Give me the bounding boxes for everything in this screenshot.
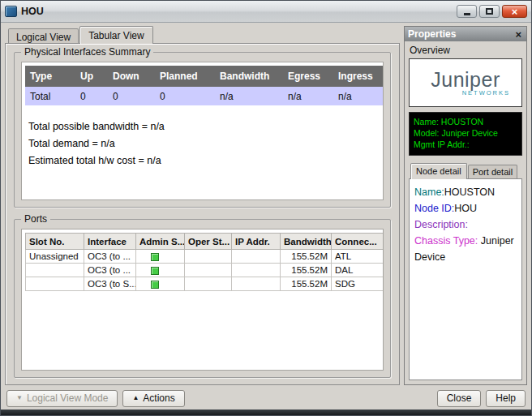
ports-header-ip-addr[interactable]: IP Addr. xyxy=(232,234,281,250)
help-button[interactable]: Help xyxy=(486,390,526,407)
note-total-demand: Total demand = n/a xyxy=(28,135,378,152)
detail-label: Chassis Type: xyxy=(414,235,481,247)
device-info-console: Name: HOUSTON Model: Juniper Device Mgmt… xyxy=(409,112,522,156)
cell-up: 0 xyxy=(75,87,108,105)
node-detail-pane: Name:HOUSTON Node ID:HOU Description: Ch… xyxy=(409,178,522,380)
cell-oper-status xyxy=(185,250,232,264)
summary-total-row[interactable]: Total 0 0 0 n/a n/a n/a xyxy=(25,87,384,105)
cell-connected: ATL xyxy=(332,250,384,264)
juniper-logo: Juniper NETWORKS xyxy=(409,58,522,107)
summary-table: Type Up Down Planned Bandwidth Egress In… xyxy=(25,66,384,105)
note-estimated-cost: Estimated total h/w cost = n/a xyxy=(28,152,378,169)
cell-ip-addr xyxy=(232,250,281,264)
cell-interface: OC3 (to S... xyxy=(84,277,136,291)
cell-admin-status xyxy=(136,250,185,264)
console-line-mgmt-ip: Mgmt IP Addr.: xyxy=(414,139,517,150)
summary-header-egress: Egress xyxy=(283,66,333,87)
maximize-button[interactable] xyxy=(479,5,500,18)
detail-line-node-id: Node ID:HOU xyxy=(414,200,517,217)
juniper-logo-name: Juniper xyxy=(431,69,500,90)
tab-tabular-view[interactable]: Tabular View xyxy=(79,26,152,44)
ports-row[interactable]: OC3 (to S... 155.52M SDG xyxy=(26,277,384,291)
titlebar[interactable]: HOU × xyxy=(1,1,531,23)
footer-bar: ▼ Logical View Mode ▲ Actions Close Help xyxy=(1,387,531,410)
cell-bandwidth: 155.52M xyxy=(281,277,332,291)
detail-line-chassis-type: Chassis Type: Juniper Device xyxy=(414,233,517,265)
cell-connected: SDG xyxy=(332,277,384,291)
detail-line-description: Description: xyxy=(414,217,517,233)
ports-header-interface[interactable]: Interface xyxy=(84,234,136,250)
ports-row[interactable]: Unassigned OC3 (to ... 155.52M ATL xyxy=(26,250,384,264)
cell-oper-status xyxy=(185,264,232,277)
summary-header-planned: Planned xyxy=(155,66,215,87)
group-title: Physical Interfaces Summary xyxy=(21,46,153,58)
properties-panel: Properties × Overview Juniper NETWORKS N… xyxy=(404,26,527,385)
close-button[interactable]: Close xyxy=(437,390,482,407)
overview-label: Overview xyxy=(410,45,522,56)
ports-header-admin-status[interactable]: Admin S... xyxy=(136,234,185,250)
note-total-possible-bandwidth: Total possible bandwidth = n/a xyxy=(28,118,378,135)
status-up-icon xyxy=(151,281,159,289)
logical-view-mode-button[interactable]: ▼ Logical View Mode xyxy=(6,390,118,407)
left-pane: Logical View Tabular View Physical Inter… xyxy=(5,26,400,385)
cell-bandwidth: 155.52M xyxy=(281,264,332,277)
tab-logical-view[interactable]: Logical View xyxy=(8,28,79,43)
tabular-view-panel: Physical Interfaces Summary Type Up xyxy=(5,43,400,385)
window-bottom-edge xyxy=(1,410,531,415)
physical-interfaces-summary-group: Physical Interfaces Summary Type Up xyxy=(14,52,391,208)
properties-header[interactable]: Properties × xyxy=(405,27,526,41)
cell-ip-addr xyxy=(232,264,281,277)
ports-row[interactable]: OC3 (to ... 155.52M DAL xyxy=(26,264,384,277)
cell-ip-addr xyxy=(232,277,281,291)
ports-group-inner: Slot No. Interface Admin S... Oper St...… xyxy=(21,229,384,371)
cell-oper-status xyxy=(185,277,232,291)
chevron-down-icon: ▼ xyxy=(16,395,23,401)
cell-admin-status xyxy=(136,264,185,277)
logical-view-mode-label: Logical View Mode xyxy=(27,392,109,404)
summary-group-inner: Type Up Down Planned Bandwidth Egress In… xyxy=(21,62,384,200)
cell-slot-no: Unassigned xyxy=(26,250,84,264)
status-up-icon xyxy=(151,253,159,261)
cell-egress: n/a xyxy=(283,87,333,105)
tab-port-detail[interactable]: Port detail xyxy=(468,165,518,178)
ports-header-connected[interactable]: Connec... xyxy=(332,234,384,250)
cell-bandwidth: 155.52M xyxy=(281,250,332,264)
cell-bandwidth: n/a xyxy=(215,87,283,105)
actions-button[interactable]: ▲ Actions xyxy=(122,390,184,407)
summary-header-row: Type Up Down Planned Bandwidth Egress In… xyxy=(25,66,384,87)
ports-table: Slot No. Interface Admin S... Oper St...… xyxy=(25,233,384,291)
detail-label: Name: xyxy=(414,187,444,198)
summary-notes: Total possible bandwidth = n/a Total dem… xyxy=(28,118,378,169)
detail-line-name: Name:HOUSTON xyxy=(414,184,517,200)
ports-header-slot-no[interactable]: Slot No. xyxy=(26,234,84,250)
maximize-icon xyxy=(486,8,493,15)
window-title: HOU xyxy=(21,6,44,17)
summary-header-ingress: Ingress xyxy=(333,66,384,87)
minimize-icon xyxy=(464,13,470,15)
properties-close-button[interactable]: × xyxy=(513,29,523,40)
cell-interface: OC3 (to ... xyxy=(84,264,136,277)
summary-header-up: Up xyxy=(75,66,108,87)
properties-body: Overview Juniper NETWORKS Name: HOUSTON … xyxy=(405,41,526,384)
cell-down: 0 xyxy=(108,87,155,105)
properties-title: Properties xyxy=(408,28,456,40)
detail-tabstrip: Node detail Port detail xyxy=(409,163,522,178)
status-up-icon xyxy=(151,267,159,275)
ports-header-bandwidth[interactable]: Bandwidth xyxy=(281,234,332,250)
detail-label: Description: xyxy=(414,219,468,230)
minimize-button[interactable] xyxy=(457,5,477,18)
app-window: HOU × Logical View Tabular View Physical… xyxy=(0,0,532,416)
close-window-button[interactable]: × xyxy=(502,5,527,18)
group-title: Ports xyxy=(21,213,50,225)
tab-node-detail[interactable]: Node detail xyxy=(410,163,467,179)
detail-label: Node ID: xyxy=(414,203,454,214)
summary-header-down: Down xyxy=(108,66,155,87)
ports-header-oper-status[interactable]: Oper St... xyxy=(185,234,232,250)
actions-label: Actions xyxy=(143,392,174,404)
juniper-logo-networks: NETWORKS xyxy=(462,89,510,96)
chevron-up-icon: ▲ xyxy=(132,395,139,401)
cell-slot-no xyxy=(26,264,84,277)
close-icon: × xyxy=(512,6,518,17)
summary-header-bandwidth: Bandwidth xyxy=(215,66,283,87)
cell-admin-status xyxy=(136,277,185,291)
